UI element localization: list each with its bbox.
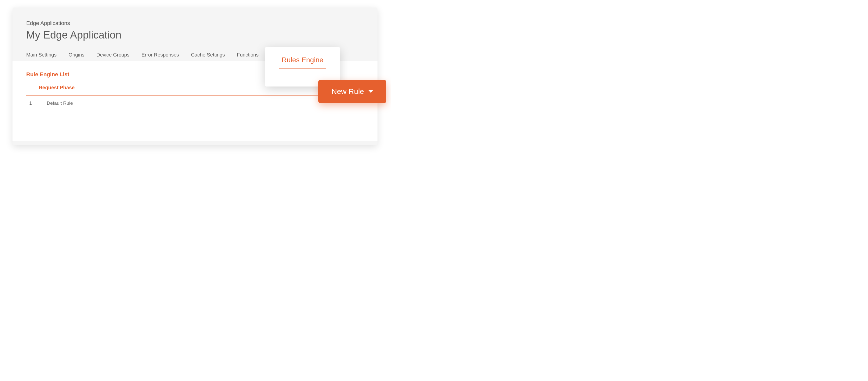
table-row[interactable]: 1 Default Rule [26,95,364,111]
tab-error-responses[interactable]: Error Responses [142,52,179,58]
row-name: Default Rule [47,100,73,106]
tab-functions[interactable]: Functions [237,52,259,58]
tab-device-groups[interactable]: Device Groups [96,52,129,58]
page-title: My Edge Application [26,29,364,41]
row-index: 1 [29,100,47,106]
tab-origins[interactable]: Origins [68,52,84,58]
chevron-down-icon [369,90,373,93]
header-area: Edge Applications My Edge Application [12,7,377,41]
tab-active-underline [279,68,326,69]
new-rule-button[interactable]: New Rule [318,80,386,103]
tab-main-settings[interactable]: Main Settings [26,52,57,58]
main-panel: Edge Applications My Edge Application Ma… [12,7,377,145]
tab-rules-engine-label: Rules Engine [282,56,323,64]
tab-cache-settings[interactable]: Cache Settings [191,52,225,58]
breadcrumb[interactable]: Edge Applications [26,20,364,27]
new-rule-label: New Rule [332,87,364,96]
